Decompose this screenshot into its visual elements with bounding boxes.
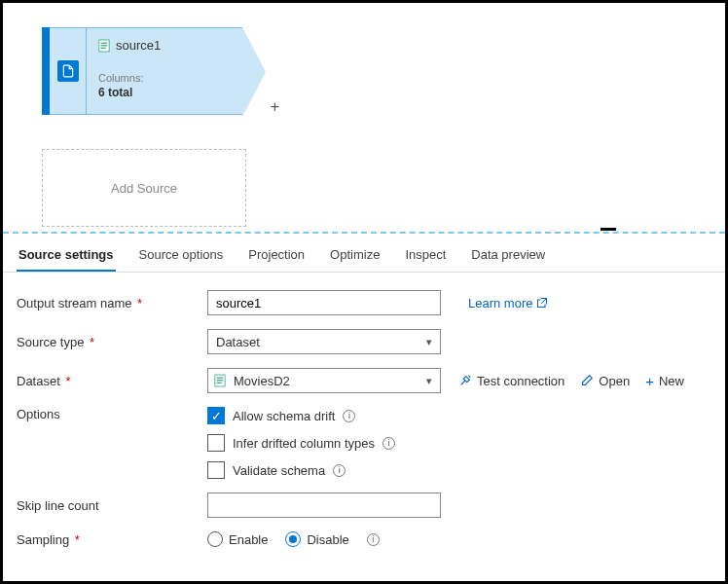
radio-button[interactable] xyxy=(285,531,301,547)
tab-source-settings[interactable]: Source settings xyxy=(17,241,116,272)
svg-rect-6 xyxy=(217,380,224,381)
tab-data-preview[interactable]: Data preview xyxy=(469,241,547,272)
info-icon[interactable]: i xyxy=(333,464,346,477)
new-button[interactable]: + New xyxy=(645,374,684,388)
svg-rect-2 xyxy=(101,45,108,46)
sampling-radio-group: Enable Disable i xyxy=(207,531,380,547)
open-button[interactable]: Open xyxy=(580,374,630,388)
svg-rect-3 xyxy=(101,47,106,48)
source-type-value: Dataset xyxy=(216,335,260,349)
checkbox-infer-drifted[interactable]: Infer drifted column types i xyxy=(207,434,395,452)
tab-inspect[interactable]: Inspect xyxy=(403,241,448,272)
dataset-icon xyxy=(98,39,110,53)
label-dataset: Dataset * xyxy=(17,374,207,388)
tab-optimize[interactable]: Optimize xyxy=(328,241,382,272)
tab-projection[interactable]: Projection xyxy=(246,241,307,272)
info-icon[interactable]: i xyxy=(382,437,395,450)
checkbox-allow-schema-drift[interactable]: Allow schema drift i xyxy=(207,407,395,424)
node-title-row: source1 xyxy=(98,38,231,53)
row-options: Options Allow schema drift i Infer drift… xyxy=(17,407,711,479)
row-dataset: Dataset * MoviesD2 ▾ Test connection Ope… xyxy=(17,368,711,393)
canvas-divider xyxy=(3,232,725,234)
label-skip-line-count: Skip line count xyxy=(17,498,207,513)
dataset-select[interactable]: MoviesD2 ▾ xyxy=(207,368,441,393)
source-settings-form: Output stream name * Learn more Source t… xyxy=(3,273,725,570)
checkbox-box[interactable] xyxy=(207,434,225,452)
add-step-icon[interactable]: + xyxy=(271,98,279,116)
options-checkbox-group: Allow schema drift i Infer drifted colum… xyxy=(207,407,395,479)
info-icon[interactable]: i xyxy=(343,410,355,422)
test-connection-button[interactable]: Test connection xyxy=(458,374,564,388)
app-frame: source1 Columns: 6 total + Add Source So… xyxy=(0,0,728,584)
checkbox-validate-schema[interactable]: Validate schema i xyxy=(207,461,395,479)
row-source-type: Source type * Dataset ▾ xyxy=(17,329,711,354)
svg-rect-1 xyxy=(101,42,108,43)
info-icon[interactable]: i xyxy=(367,533,380,546)
node-columns-label: Columns: xyxy=(98,72,231,84)
external-link-icon xyxy=(536,297,548,309)
svg-rect-5 xyxy=(217,378,224,379)
required-marker: * xyxy=(71,532,80,547)
label-source-type: Source type * xyxy=(17,335,207,349)
chevron-down-icon: ▾ xyxy=(426,375,432,387)
skip-line-count-input[interactable] xyxy=(207,493,441,518)
radio-sampling-disable[interactable]: Disable xyxy=(285,531,348,547)
dataset-actions: Test connection Open + New xyxy=(458,374,684,388)
test-connection-icon xyxy=(458,374,472,387)
label-sampling: Sampling * xyxy=(17,532,207,547)
tab-bar: Source settings Source options Projectio… xyxy=(3,234,725,273)
radio-button[interactable] xyxy=(207,531,223,547)
radio-sampling-enable[interactable]: Enable xyxy=(207,531,268,547)
node-rail xyxy=(42,27,50,115)
node-icon-column xyxy=(50,27,87,115)
node-title: source1 xyxy=(116,38,161,53)
source-type-icon xyxy=(57,60,79,82)
resize-handle[interactable] xyxy=(601,228,616,231)
add-source-label: Add Source xyxy=(111,181,177,196)
add-source-button[interactable]: Add Source xyxy=(42,149,246,227)
row-skip-line-count: Skip line count xyxy=(17,493,711,518)
checkbox-box[interactable] xyxy=(207,407,225,424)
output-stream-name-input[interactable] xyxy=(207,290,441,315)
svg-rect-7 xyxy=(217,383,222,383)
tab-source-options[interactable]: Source options xyxy=(137,241,226,272)
node-columns-count: 6 total xyxy=(98,86,231,99)
dataset-value: MoviesD2 xyxy=(234,374,290,388)
dataflow-canvas[interactable]: source1 Columns: 6 total + Add Source xyxy=(3,3,725,232)
learn-more-link[interactable]: Learn more xyxy=(468,296,548,310)
row-sampling: Sampling * Enable Disable i xyxy=(17,531,711,547)
source-node[interactable]: source1 Columns: 6 total + xyxy=(42,27,242,115)
label-output-stream-name: Output stream name * xyxy=(17,296,207,310)
required-marker: * xyxy=(62,374,71,388)
required-marker: * xyxy=(86,335,94,349)
checkbox-box[interactable] xyxy=(207,461,225,479)
label-options: Options xyxy=(17,407,207,421)
dataset-icon xyxy=(214,374,226,387)
required-marker: * xyxy=(134,296,143,310)
edit-icon xyxy=(580,374,594,387)
node-body: source1 Columns: 6 total + xyxy=(87,27,242,115)
row-output-stream-name: Output stream name * Learn more xyxy=(17,290,711,315)
source-type-select[interactable]: Dataset ▾ xyxy=(207,329,441,354)
plus-icon: + xyxy=(645,374,654,388)
chevron-down-icon: ▾ xyxy=(426,336,432,348)
